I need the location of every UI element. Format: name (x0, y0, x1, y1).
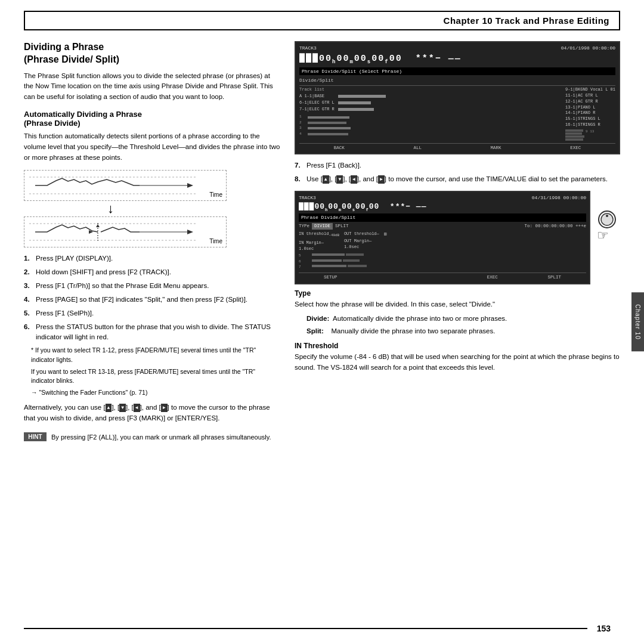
screen2-in-params: IN threshold-40dB IN Margin— 1.0sec (299, 231, 339, 252)
step-5: 5. Press [F1 (SelPh)]. (24, 308, 280, 319)
track-bkgnd: 9-1|BKGND Vocal L 01 (565, 87, 615, 93)
step-4: 4. Press [PAGE] so that [F2] indicates "… (24, 295, 280, 305)
screen-track-panel: Track list A 1-1|BASE 6-1|ELEC GTR L 7-1… (299, 87, 615, 141)
screen2-params: IN threshold-40dB IN Margin— 1.0sec OUT … (299, 231, 586, 252)
screen2-out-params: OUT threshold— OUT Margin— 1.0sec (344, 231, 379, 252)
step-2: 2. Hold down [SHIFT] and press [F2 (TRAC… (24, 267, 280, 278)
footnote-3: → "Switching the Fader Functions" (p. 71… (31, 388, 280, 398)
track-strings2: 16-1|STRINGS R (565, 122, 615, 128)
screen2-split-label: SPLIT (335, 223, 349, 230)
screen2-track-bars: 5 6 7 (299, 253, 586, 270)
split-block: Split: Manually divide the phrase into t… (306, 326, 620, 337)
waveform-after: Time (24, 216, 227, 247)
screen2-buttons: SETUP EXEC SPLIT (299, 273, 586, 281)
screen2-knob-symbol: ⊞ (384, 231, 387, 252)
footnote-2: If you want to select TR 13-18, press [F… (31, 367, 280, 386)
screen2-to-val: To: 00:00:00:00:00 +++e (524, 223, 586, 230)
in-threshold-label: IN threshold-40dB (299, 231, 339, 239)
type-label: Type (295, 289, 620, 298)
btn-exec: EXEC (570, 145, 581, 151)
time-label-1: Time (209, 191, 222, 198)
step-3: 3. Press [F1 (Tr/Ph)] so that the Phrase… (24, 281, 280, 292)
header-title: Chapter 10 Track and Phrase Editing (444, 16, 609, 26)
screen2-track-row-3: 7 (299, 265, 586, 270)
svg-text:☞: ☞ (597, 228, 609, 243)
screen2-type-row: TYPe DIVIDE SPLIT To: 00:00:00:00:00 +++… (299, 223, 586, 230)
track-strings1: 15-1|STRINGS L (565, 116, 615, 122)
btn-all: ALL (413, 145, 422, 151)
intro-text: The Phrase Split function allows you to … (24, 71, 280, 103)
screen-mockup-1: TRACK3 04/01/1998 00:00:00 ███00h00m00s0… (295, 41, 620, 154)
split-term: Split: (306, 327, 324, 335)
screen-row-top: TRACK3 04/01/1998 00:00:00 (299, 45, 615, 51)
svg-marker-2 (187, 183, 193, 188)
mini-bars-right-col (565, 129, 584, 141)
steps-list: 1. Press [PLAY (DISPLAY)]. 2. Hold down … (24, 253, 280, 343)
subsection-text: This function automatically detects sile… (24, 131, 280, 163)
left-column: Dividing a Phrase(Phrase Divide/ Split) … (24, 41, 280, 442)
track-row-6: 6-1|ELEC GTR L (299, 100, 562, 106)
in-margin-label: IN Margin— (299, 240, 339, 246)
alt-text: Alternatively, you can use [▲], [▼], [◄]… (24, 402, 280, 424)
screen2-type-label: TYPe (299, 223, 309, 230)
screen2-btn-exec2: EXEC (487, 274, 498, 281)
in-margin-val: 1.0sec (299, 246, 339, 252)
out-threshold-label: OUT threshold— (344, 231, 379, 237)
mini-bar-3: 3 (299, 126, 562, 131)
step-8: 8. Use [▲], [▼], [◄], and [►] to move th… (295, 174, 620, 185)
screen2-btn-split: SPLIT (548, 274, 562, 281)
dial-svg: ☞ (594, 209, 620, 247)
hint-badge: HINT (24, 432, 47, 441)
divide-block: Divide: Automatically divide the phrase … (306, 314, 620, 324)
type-text: Select how the phrase will be divided. I… (295, 299, 620, 310)
hint-box: HINT By pressing [F2 (ALL)], you can mar… (24, 432, 280, 442)
screen2-track-row-2: 6 (299, 259, 586, 265)
screen-timecode: ███00h00m00s00f00 ***− —— (299, 52, 615, 66)
screen-buttons-1: BACK ALL MARK EXEC (299, 143, 615, 151)
screen2-timecode: ███00h00m00s00f00 ***− —— (299, 202, 586, 213)
screen-mini-bars: 1 2 3 4 (299, 114, 562, 137)
screen2-track-row-1: 5 (299, 253, 586, 259)
main-content: Dividing a Phrase(Phrase Divide/ Split) … (24, 41, 620, 442)
svg-point-13 (606, 215, 608, 217)
waveform-svg-after (29, 220, 196, 244)
btn-back: BACK (334, 145, 345, 151)
screen2-row-top: TRACK3 04/31/1998 00:00:00 (299, 194, 586, 202)
track-ac1: 11-1|AC GTR L (565, 93, 615, 99)
svg-marker-6 (96, 224, 100, 227)
screen-title-bar-1: Phrase Divide/Split (Select Phrase) (299, 67, 615, 75)
time-label-2: Time (209, 238, 222, 244)
footnote-1: * If you want to select TR 1-12, press [… (31, 346, 280, 365)
step-7: 7. Press [F1 (Back)]. (295, 160, 620, 171)
screen2-divide-btn: DIVIDE (312, 223, 333, 230)
screen-tracks-left: Track list A 1-1|BASE 6-1|ELEC GTR L 7-1… (299, 87, 562, 141)
screen2-title: Phrase Divide/Split (299, 213, 586, 222)
track-piano2: 14-1|PIANO R (565, 110, 615, 116)
right-column: TRACK3 04/01/1998 00:00:00 ███00h00m00s0… (295, 41, 620, 442)
page-footer: 153 (0, 624, 644, 633)
out-margin-label: OUT Margin— (344, 238, 379, 244)
waveform-diagram: Time ↓ Time (24, 170, 280, 247)
section-title: Dividing a Phrase(Phrase Divide/ Split) (24, 41, 280, 66)
screen-tracks-right: 9-1|BKGND Vocal L 01 11-1|AC GTR L 12-1|… (565, 87, 615, 141)
screen-subtitle: Divide/Split (299, 76, 615, 84)
divide-term: Divide: (306, 315, 329, 322)
track-ac2: 12-1|AC GTR R (565, 99, 615, 105)
step-1: 1. Press [PLAY (DISPLAY)]. (24, 253, 280, 264)
screen-wrapper-2: TRACK3 04/31/1998 00:00:00 ███00h00m00s0… (295, 191, 620, 284)
screen-mockup-2: TRACK3 04/31/1998 00:00:00 ███00h00m00s0… (295, 191, 590, 284)
step-6: 6. Press the STATUS button for the phras… (24, 322, 280, 343)
track-row-7: 7-1|ELEC GTR R (299, 107, 562, 113)
hint-text: By pressing [F2 (ALL)], you can mark or … (51, 432, 271, 442)
track-row-base: A 1-1|BASE (299, 94, 562, 100)
right-steps: 7. Press [F1 (Back)]. 8. Use [▲], [▼], [… (295, 160, 620, 185)
chapter-tab: Chapter 10 (631, 292, 644, 351)
page-header: Chapter 10 Track and Phrase Editing (24, 11, 620, 30)
mini-bar-4: 4 (299, 132, 562, 137)
mini-bar-1: 1 (299, 114, 562, 119)
dial-icon: ☞ (594, 209, 620, 247)
waveform-before: Time (24, 170, 227, 201)
in-threshold-text: Specify the volume (-84 - 6 dB) that wil… (295, 352, 620, 373)
split-arrow: ↓ (107, 202, 114, 215)
btn-mark: MARK (491, 145, 501, 151)
